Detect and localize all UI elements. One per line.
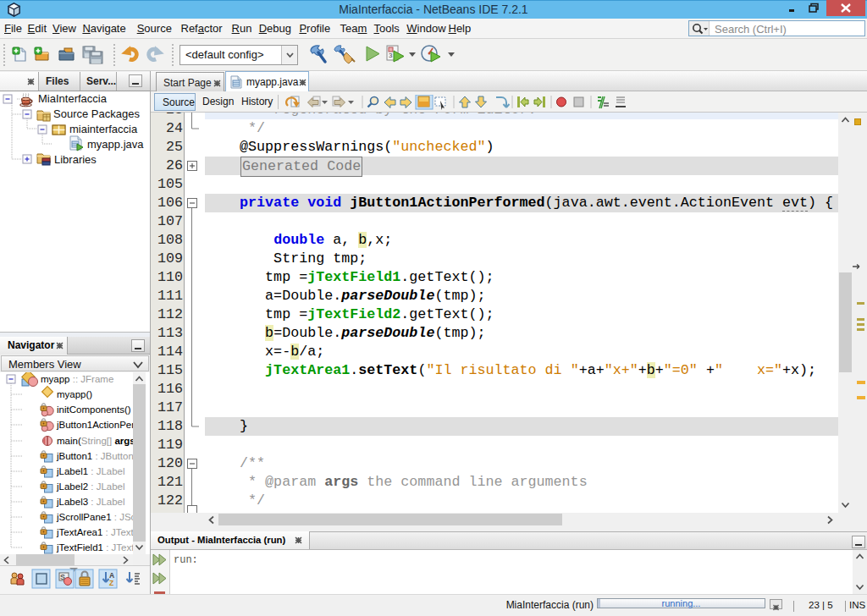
svg-text:initComponents(): initComponents(): [57, 404, 131, 415]
svg-text:myapp.java: myapp.java: [87, 138, 144, 151]
svg-text:jButton1ActionPerf: jButton1ActionPerf: [56, 420, 133, 430]
svg-text:jButton1 : JButton: jButton1 : JButton: [56, 451, 133, 461]
svg-text:miainterfaccia: miainterfaccia: [69, 123, 138, 135]
svg-text:myapp :: JFrame: myapp :: JFrame: [41, 374, 113, 384]
svg-text:Z: Z: [109, 579, 113, 587]
svg-text:jLabel1 : JLabel: jLabel1 : JLabel: [56, 466, 125, 476]
svg-text:myapp(): myapp(): [57, 389, 92, 399]
svg-text:jTextArea1 : JText: jTextArea1 : JText: [56, 527, 133, 537]
svg-text:jScrollPane1 : JScr: jScrollPane1 : JScr: [56, 512, 133, 522]
svg-text:Libraries: Libraries: [54, 153, 97, 166]
svg-text:jTextField1 : JText: jTextField1 : JText: [56, 542, 133, 553]
svg-text:jLabel2 : JLabel: jLabel2 : JLabel: [56, 481, 125, 492]
svg-text:jLabel3 : JLabel: jLabel3 : JLabel: [56, 497, 125, 507]
svg-text:main(String[] args): main(String[] args): [57, 436, 133, 446]
svg-text:Source Packages: Source Packages: [53, 107, 140, 120]
svg-text:3: 3: [389, 52, 393, 59]
svg-text:MiaInterfaccia: MiaInterfaccia: [38, 92, 108, 105]
